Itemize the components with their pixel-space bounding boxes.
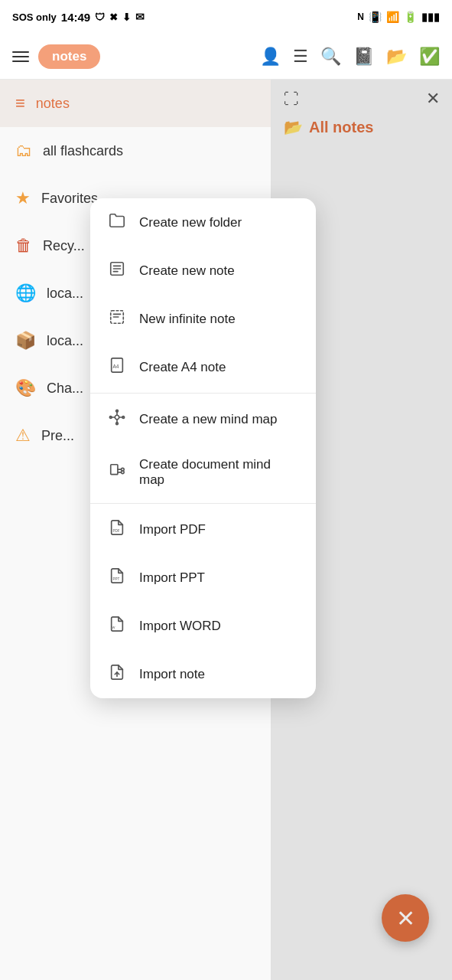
sidebar-item-label: Favorites: [41, 191, 98, 207]
sidebar-item-label: notes: [36, 96, 70, 112]
svg-text:A4: A4: [113, 364, 119, 369]
app-title[interactable]: notes: [38, 44, 100, 69]
doc-mind-map-label: Create document mind map: [139, 457, 299, 488]
book-icon[interactable]: 📓: [353, 47, 374, 67]
nfc-icon: N: [357, 11, 364, 22]
status-time: 14:49: [61, 11, 90, 24]
sidebar-item-label: Pre...: [41, 428, 74, 444]
mail-icon: ✉: [135, 11, 145, 23]
star-icon: ★: [15, 188, 31, 208]
x-circle-icon: ✖: [109, 11, 118, 23]
infinite-note-item[interactable]: New infinite note: [90, 295, 316, 343]
mind-map-item[interactable]: Create a new mind map: [90, 395, 316, 443]
svg-point-22: [122, 471, 125, 474]
folder-create-icon: [107, 212, 127, 233]
main-layout: ≡ notes 🗂 all flashcards ★ Favorites 🗑 R…: [0, 80, 452, 980]
import-word-label: Import WORD: [139, 619, 221, 634]
import-note-icon: [107, 664, 127, 684]
pdf-icon: PDF: [107, 519, 127, 540]
palette-icon: 🎨: [15, 378, 36, 398]
battery-alert-icon: 🔋: [404, 11, 417, 23]
status-left: SOS only 14:49 🛡 ✖ ⬇ ✉: [12, 11, 145, 24]
notes-list-icon: ≡: [15, 93, 25, 113]
folder-open-icon[interactable]: 📂: [386, 47, 407, 67]
status-right: N 📳 📶 🔋 ▮▮▮: [357, 11, 440, 23]
divider-1: [90, 393, 316, 394]
a4-note-label: Create A4 note: [139, 360, 226, 375]
status-bar: SOS only 14:49 🛡 ✖ ⬇ ✉ N 📳 📶 🔋 ▮▮▮: [0, 0, 452, 34]
flashcards-icon: 🗂: [15, 141, 32, 161]
create-note-label: Create new note: [139, 263, 235, 279]
svg-text:PDF: PDF: [113, 529, 120, 533]
list-sort-icon[interactable]: ☰: [293, 47, 308, 67]
import-ppt-label: Import PPT: [139, 570, 205, 586]
wifi-icon: 📶: [386, 11, 399, 23]
svg-rect-18: [111, 464, 118, 474]
sidebar-item-label: Cha...: [47, 381, 83, 397]
create-note-item[interactable]: Create new note: [90, 247, 316, 295]
doc-mind-map-item[interactable]: Create document mind map: [90, 443, 316, 501]
sidebar-item-notes[interactable]: ≡ notes: [0, 80, 271, 127]
word-icon: W: [107, 616, 127, 636]
box-icon: 📦: [15, 331, 36, 351]
check-circle-icon[interactable]: ✅: [419, 47, 440, 67]
import-pdf-label: Import PDF: [139, 522, 206, 537]
a4-note-item[interactable]: A4 Create A4 note: [90, 343, 316, 391]
sidebar-item-label: loca...: [47, 333, 83, 349]
svg-text:W: W: [112, 626, 115, 629]
sidebar-item-label: Recy...: [43, 238, 85, 254]
infinite-note-icon: [107, 309, 127, 329]
hamburger-menu[interactable]: [12, 51, 29, 62]
note-create-icon: [107, 260, 127, 281]
sos-text: SOS only: [12, 11, 57, 23]
person-cloud-icon[interactable]: 👤: [260, 47, 281, 67]
sidebar-item-flashcards[interactable]: 🗂 all flashcards: [0, 127, 271, 175]
divider-2: [90, 503, 316, 504]
import-note-item[interactable]: Import note: [90, 650, 316, 698]
import-pdf-item[interactable]: PDF Import PDF: [90, 505, 316, 554]
dropdown-menu: Create new folder Create new note: [90, 198, 316, 698]
nav-icons: 👤 ☰ 🔍 📓 📂 ✅: [260, 47, 440, 67]
a4-note-icon: A4: [107, 357, 127, 377]
mind-map-icon: [107, 409, 127, 430]
import-ppt-item[interactable]: PPT Import PPT: [90, 554, 316, 602]
download-icon: ⬇: [122, 11, 131, 23]
battery-icon: ▮▮▮: [421, 11, 440, 23]
nav-bar: notes 👤 ☰ 🔍 📓 📂 ✅: [0, 34, 452, 80]
create-folder-item[interactable]: Create new folder: [90, 198, 316, 247]
trash-icon: 🗑: [15, 236, 32, 256]
doc-mind-map-icon: [107, 462, 127, 483]
search-icon[interactable]: 🔍: [320, 47, 341, 67]
svg-text:PPT: PPT: [113, 577, 120, 581]
import-word-item[interactable]: W Import WORD: [90, 602, 316, 650]
vibrate-icon: 📳: [369, 11, 382, 23]
globe-icon: 🌐: [15, 283, 36, 303]
ppt-icon: PPT: [107, 567, 127, 588]
import-note-label: Import note: [139, 667, 205, 682]
sidebar-item-label: loca...: [47, 286, 83, 302]
sidebar-item-label: all flashcards: [43, 143, 123, 159]
create-folder-label: Create new folder: [139, 215, 242, 230]
infinite-note-label: New infinite note: [139, 312, 236, 327]
shield-icon: 🛡: [95, 11, 105, 23]
mind-map-label: Create a new mind map: [139, 412, 277, 427]
warning-icon: ⚠: [15, 426, 31, 446]
